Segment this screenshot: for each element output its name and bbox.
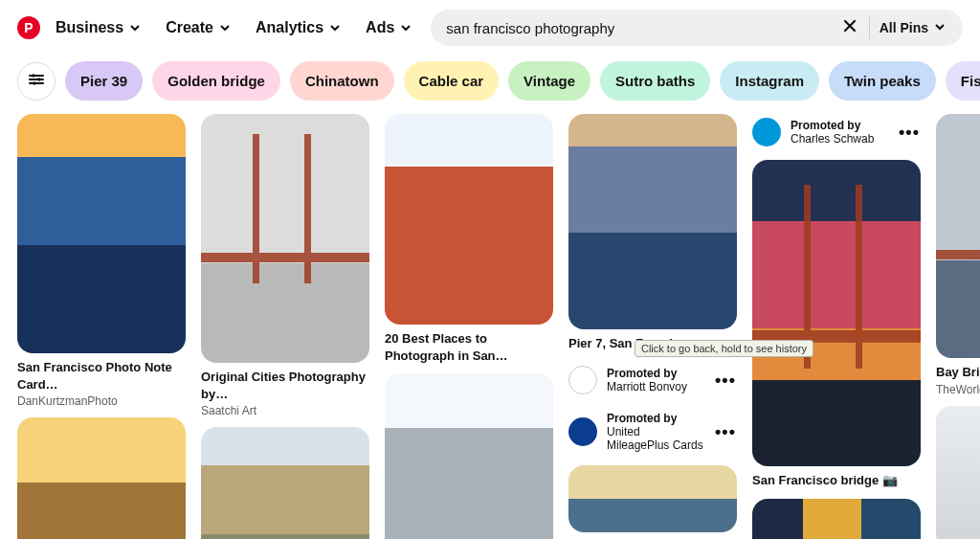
chip-label: Fishermans wharf [961, 73, 980, 89]
nav-create[interactable]: Create [156, 13, 240, 42]
pin-image[interactable] [17, 114, 186, 353]
suggestion-chip[interactable]: Sutro baths [600, 61, 710, 101]
suggestion-chip[interactable]: Vintage [508, 61, 590, 101]
search-input[interactable] [446, 20, 835, 36]
pin-image[interactable] [385, 114, 553, 325]
pin-title: San Francisco Photo Note Card… [17, 359, 186, 393]
pin[interactable] [385, 373, 553, 539]
close-icon [842, 18, 858, 37]
pin-column: Promoted byCharles Schwab•••San Francisc… [752, 114, 921, 539]
advertiser-name: United MileagePlus Cards [607, 425, 704, 452]
pin-title: Original Cities Photography by… [201, 369, 369, 402]
chip-label: Instagram [735, 73, 804, 89]
suggestion-chip[interactable]: Cable car [404, 61, 500, 101]
pin-image[interactable] [385, 373, 553, 539]
pinterest-logo[interactable]: P [17, 16, 40, 39]
pin-board: San Francisco Photo Note Card…DanKurtzma… [0, 114, 980, 539]
pin-image[interactable] [201, 114, 369, 363]
chevron-down-icon [219, 22, 231, 34]
nav-analytics[interactable]: Analytics [246, 13, 350, 42]
suggestion-chip[interactable]: Instagram [720, 61, 819, 101]
pin-image[interactable] [201, 427, 369, 539]
pin[interactable] [17, 417, 186, 539]
svg-point-1 [37, 78, 40, 80]
pin-image[interactable] [752, 160, 921, 466]
advertiser-avatar [568, 417, 597, 446]
suggestion-chip[interactable]: Pier 39 [65, 61, 143, 101]
chip-label: Chinatown [305, 73, 379, 89]
divider [869, 16, 870, 39]
promoted-label: Promoted by [607, 367, 704, 380]
promoted-text: Promoted byMarriott Bonvoy [607, 367, 704, 393]
promoted-row[interactable]: Promoted byMarriott Bonvoy••• [568, 362, 737, 398]
pin[interactable]: Bay BridgeTheWorld [936, 114, 980, 396]
pin[interactable] [752, 499, 921, 539]
pin-title: San Francisco bridge 📷 [752, 472, 921, 489]
pin[interactable]: Click to go back, hold to see historyPie… [568, 114, 737, 352]
suggestion-chip[interactable]: Golden bridge [152, 61, 280, 101]
pin[interactable]: San Francisco Photo Note Card…DanKurtzma… [17, 114, 186, 408]
pin[interactable] [568, 465, 737, 532]
nav-label: Create [166, 19, 213, 36]
nav-tooltip: Click to go back, hold to see history [635, 340, 813, 357]
promoted-label: Promoted by [607, 412, 704, 425]
pin-column: Original Cities Photography by…Saatchi A… [201, 114, 369, 539]
pin[interactable]: Original Cities Photography by…Saatchi A… [201, 114, 369, 417]
more-options-button[interactable]: ••• [714, 369, 737, 392]
chip-label: Golden bridge [167, 73, 265, 89]
advertiser-name: Charles Schwab [791, 132, 888, 146]
pin-subtitle: TheWorld [936, 383, 980, 396]
pin-title: 20 Best Places to Photograph in San Fran… [385, 330, 553, 364]
pin-subtitle: Saatchi Art [201, 404, 369, 417]
pin-image[interactable] [936, 406, 980, 539]
chevron-down-icon [129, 22, 141, 34]
top-nav: P Business Create Analytics Ads A [0, 0, 980, 56]
svg-point-2 [33, 81, 35, 84]
pin-subtitle: DanKurtzmanPhoto [17, 394, 186, 408]
search-bar: All Pins [431, 10, 963, 46]
filter-button[interactable] [17, 62, 56, 101]
pin[interactable]: San Francisco bridge 📷 [752, 160, 921, 489]
suggestion-chip[interactable]: Chinatown [290, 61, 394, 101]
promoted-text: Promoted byUnited MileagePlus Cards [607, 412, 704, 452]
nav-label: Analytics [256, 19, 323, 36]
suggestion-chip[interactable]: Twin peaks [829, 61, 936, 101]
advertiser-avatar [568, 366, 597, 394]
svg-point-0 [32, 74, 34, 77]
promoted-row[interactable]: Promoted byUnited MileagePlus Cards••• [568, 408, 737, 456]
promoted-label: Promoted by [791, 119, 888, 132]
promoted-row[interactable]: Promoted byCharles Schwab••• [752, 114, 921, 150]
pin-column: Click to go back, hold to see historyPie… [568, 114, 737, 539]
more-options-button[interactable]: ••• [714, 420, 737, 443]
pin-image[interactable] [568, 465, 737, 532]
clear-search-button[interactable] [836, 14, 863, 41]
pin-column: Bay BridgeTheWorld [936, 114, 980, 539]
nav-label: Business [56, 19, 123, 36]
pin-image[interactable]: Click to go back, hold to see history [568, 114, 737, 329]
pin[interactable]: 20 Best Places to Photograph in San Fran… [385, 114, 553, 364]
pin[interactable] [936, 406, 980, 539]
chip-label: Pier 39 [80, 73, 127, 89]
promoted-text: Promoted byCharles Schwab [791, 119, 888, 146]
pin[interactable] [201, 427, 369, 539]
nav-business[interactable]: Business [46, 13, 150, 42]
chevron-down-icon [400, 22, 412, 34]
pin-image[interactable] [752, 499, 921, 539]
suggestion-chip[interactable]: Fishermans wharf [946, 61, 980, 101]
pin-column: 20 Best Places to Photograph in San Fran… [385, 114, 553, 539]
chip-label: Vintage [523, 73, 575, 89]
chip-label: Sutro baths [615, 73, 695, 89]
pin-image[interactable] [17, 417, 186, 539]
advertiser-name: Marriott Bonvoy [607, 380, 704, 393]
pin-title: Bay Bridge [936, 364, 980, 381]
pin-column: San Francisco Photo Note Card…DanKurtzma… [17, 114, 186, 539]
suggestion-chips: Pier 39Golden bridgeChinatownCable carVi… [0, 56, 980, 114]
chevron-down-icon [329, 22, 341, 34]
pin-image[interactable] [936, 114, 980, 358]
more-options-button[interactable]: ••• [898, 121, 921, 144]
advertiser-avatar [752, 118, 781, 146]
search-filter-dropdown[interactable]: All Pins [876, 20, 955, 35]
nav-ads[interactable]: Ads [356, 13, 421, 42]
chevron-down-icon [934, 20, 946, 35]
chip-label: Twin peaks [844, 73, 921, 89]
